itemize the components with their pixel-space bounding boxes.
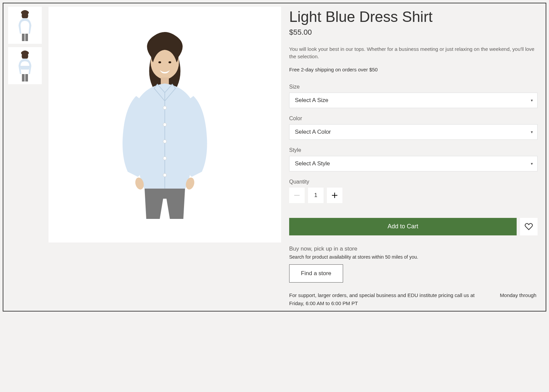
heart-icon [525,223,533,230]
pickup-title: Buy now, pick up in a store [289,246,538,252]
thumbnail-list [8,7,42,307]
svg-rect-5 [25,74,28,81]
product-image-icon [104,30,225,219]
quantity-label: Quantity [289,179,538,185]
svg-point-14 [163,157,166,160]
product-thumbnail-icon [13,9,37,41]
add-to-cart-button[interactable]: Add to Cart [289,218,517,235]
pickup-description: Search for product availability at store… [289,254,538,260]
support-text: For support, larger orders, and special … [289,291,538,307]
quantity-decrease-button[interactable] [289,188,305,203]
color-label: Color [289,116,538,122]
main-product-image [49,7,281,242]
color-select[interactable]: Select A Color [289,124,538,140]
quantity-stepper: 1 [289,188,538,203]
product-details: Light Blue Dress Shirt $55.00 You will l… [288,7,541,307]
svg-rect-4 [22,74,25,81]
svg-point-7 [158,61,161,63]
find-store-button[interactable]: Find a store [289,264,343,283]
svg-rect-1 [22,34,25,41]
product-description: You will look your best in our tops. Whe… [289,45,538,61]
svg-point-13 [163,140,166,143]
svg-rect-18 [294,195,300,196]
product-thumbnail-icon [13,50,37,82]
svg-point-11 [163,106,166,109]
thumbnail-2[interactable] [8,47,42,84]
quantity-increase-button[interactable] [327,188,342,203]
shipping-note: Free 2-day shipping on orders over $50 [289,67,538,72]
size-label: Size [289,84,538,90]
svg-point-12 [163,123,166,126]
style-select[interactable]: Select A Style [289,156,538,171]
minus-icon [294,195,300,196]
product-price: $55.00 [289,28,538,37]
quantity-value: 1 [308,188,324,203]
svg-rect-2 [25,34,28,41]
svg-rect-20 [332,195,337,196]
style-label: Style [289,147,538,153]
product-title: Light Blue Dress Shirt [289,8,538,26]
support-line-1: For support, larger orders, and special … [289,292,475,298]
plus-icon [332,193,337,198]
svg-point-15 [163,173,166,177]
svg-point-8 [169,61,171,63]
wishlist-button[interactable] [520,218,538,235]
size-select[interactable]: Select A Size [289,93,538,108]
thumbnail-1[interactable] [8,7,42,44]
